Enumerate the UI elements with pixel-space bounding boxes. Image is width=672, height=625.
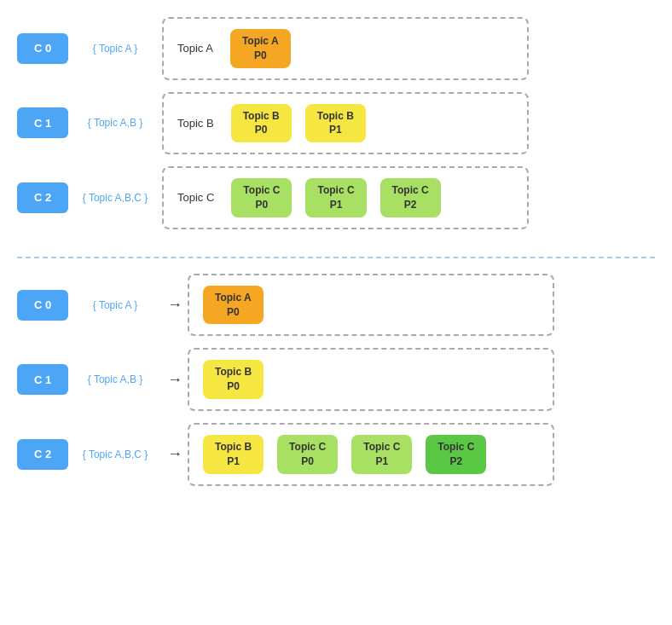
partition-pill-bottom-c2-p1: Topic BP1	[203, 435, 264, 474]
partition-pill-bottom-c2-p2: Topic CP2	[426, 435, 486, 474]
partition-box-c1-bottom: Topic BP0	[188, 348, 554, 411]
partition-box-c0-top: Topic A Topic AP0	[162, 17, 529, 80]
bottom-section: C 0 { Topic A } → Topic AP0 C 1 { Topic …	[17, 274, 655, 498]
main-diagram: C 0 { Topic A } Topic A Topic AP0 C 1 { …	[17, 17, 655, 498]
topic-label-c2-top: Topic C	[177, 191, 214, 204]
partition-pill-c1-p0: Topic BP0	[231, 104, 292, 143]
partition-box-c1-top: Topic B Topic BP0 Topic BP1	[162, 92, 529, 155]
partition-pill-c2-p2: Topic CP2	[380, 178, 441, 217]
partition-pill-c0-p0: Topic AP0	[230, 29, 291, 68]
top-section: C 0 { Topic A } Topic A Topic AP0 C 1 { …	[17, 17, 655, 241]
arrow-c2-bottom: →	[167, 445, 182, 463]
consumer-c1-bottom: C 1	[17, 364, 68, 395]
topic-label-c0-top: Topic A	[177, 42, 213, 55]
partition-pill-bottom-c2-p0: Topic CP0	[277, 435, 338, 474]
section-separator	[17, 257, 655, 258]
partition-pill-c2-p1: Topic CP1	[305, 178, 366, 217]
consumer-c1-top: C 1	[17, 107, 68, 138]
topic-label-c1-top: Topic B	[177, 117, 214, 130]
top-row-c0: C 0 { Topic A } Topic A Topic AP0	[17, 17, 655, 80]
topic-set-c1-bottom: { Topic A,B }	[77, 373, 154, 385]
top-row-c2: C 2 { Topic A,B,C } Topic C Topic CP0 To…	[17, 166, 655, 229]
bottom-row-c2: C 2 { Topic A,B,C } → Topic BP1 Topic CP…	[17, 423, 655, 486]
partition-pill-bottom-c0-p0: Topic AP0	[203, 286, 264, 325]
topic-set-c2-bottom: { Topic A,B,C }	[77, 448, 154, 460]
top-row-c1: C 1 { Topic A,B } Topic B Topic BP0 Topi…	[17, 92, 655, 155]
arrow-c1-bottom: →	[167, 371, 182, 389]
consumer-c2-top: C 2	[17, 182, 68, 213]
partition-pill-c1-p1: Topic BP1	[305, 104, 366, 143]
topic-set-c1-top: { Topic A,B }	[77, 117, 154, 129]
bottom-row-c1: C 1 { Topic A,B } → Topic BP0	[17, 348, 655, 411]
partition-pill-bottom-c1-p0: Topic BP0	[203, 360, 264, 399]
partition-pill-c2-p0: Topic CP0	[231, 178, 292, 217]
arrow-c0-bottom: →	[167, 296, 182, 314]
partition-box-c0-bottom: Topic AP0	[188, 274, 554, 337]
partition-box-c2-bottom: Topic BP1 Topic CP0 Topic CP1 Topic CP2	[188, 423, 554, 486]
partition-pill-bottom-c2-p1b: Topic CP1	[351, 435, 412, 474]
topic-set-c0-top: { Topic A }	[77, 43, 154, 55]
partition-box-c2-top: Topic C Topic CP0 Topic CP1 Topic CP2	[162, 166, 529, 229]
consumer-c0-top: C 0	[17, 33, 68, 64]
bottom-row-c0: C 0 { Topic A } → Topic AP0	[17, 274, 655, 337]
topic-set-c2-top: { Topic A,B,C }	[77, 192, 154, 204]
consumer-c0-bottom: C 0	[17, 290, 68, 321]
topic-set-c0-bottom: { Topic A }	[77, 299, 154, 311]
consumer-c2-bottom: C 2	[17, 439, 68, 470]
